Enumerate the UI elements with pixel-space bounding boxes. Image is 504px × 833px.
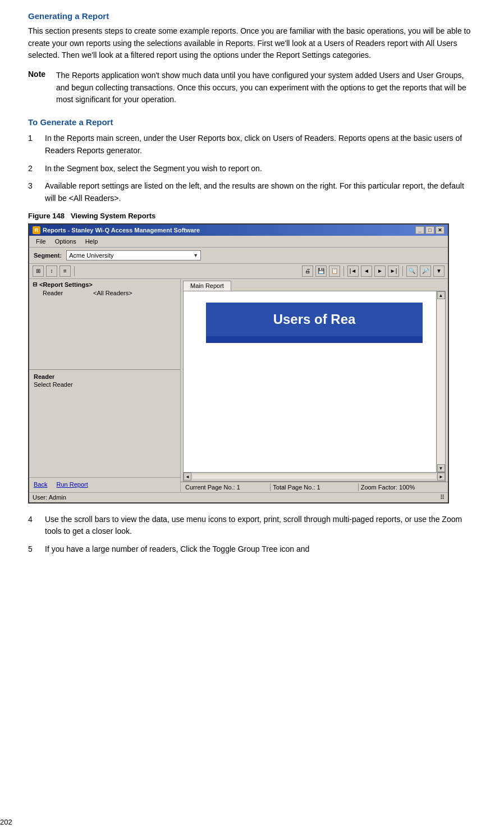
right-panel: Main Report Users of Rea ▲ ▼ — [181, 279, 448, 492]
step-num-3: 3 — [28, 180, 37, 204]
intro-paragraph: This section presents steps to create so… — [28, 25, 476, 62]
left-panel-footer: Back Run Report — [29, 477, 180, 492]
steps-list: 1 In the Reports main screen, under the … — [28, 132, 476, 204]
scroll-track — [437, 299, 445, 464]
step-text-2: In the Segment box, select the Segment y… — [45, 163, 262, 175]
toolbar-last-icon[interactable]: ►| — [388, 266, 399, 277]
report-content-area: Users of Rea — [184, 291, 445, 422]
status-bar: Current Page No.: 1 Total Page No.: 1 Zo… — [181, 482, 448, 492]
toolbar-row: ⊞ ↕ ≡ 🖨 💾 📋 |◄ ◄ ► ►| 🔍 🔎 ▼ — [29, 264, 448, 279]
step-text-5: If you have a large number of readers, C… — [45, 543, 309, 556]
maximize-button[interactable]: □ — [425, 226, 434, 234]
toolbar-separator-3 — [402, 266, 403, 276]
scroll-down-button[interactable]: ▼ — [437, 464, 445, 472]
hscroll-track — [193, 474, 436, 479]
step-text-4: Use the scroll bars to view the data, us… — [45, 514, 476, 538]
toolbar-first-icon[interactable]: |◄ — [347, 266, 359, 277]
title-bar-left: R Reports - Stanley Wi-Q Access Manageme… — [33, 226, 200, 234]
tree-root[interactable]: ⊟ <Report Settings> — [33, 281, 177, 288]
heading-generating: Generating a Report — [28, 11, 476, 21]
step-3: 3 Available report settings are listed o… — [28, 180, 476, 204]
title-bar-controls[interactable]: _ □ ✕ — [415, 226, 445, 234]
toolbar-prev-icon[interactable]: ◄ — [361, 266, 372, 277]
filter-value: Select Reader — [34, 381, 176, 388]
tree-child-value: <All Readers> — [93, 290, 132, 296]
steps-list-2: 4 Use the scroll bars to view the data, … — [28, 514, 476, 556]
app-footer: User: Admin ⠿ — [29, 492, 448, 502]
filter-label: Reader — [34, 373, 176, 380]
figure-caption: Figure 148 Viewing System Reports — [28, 212, 476, 220]
tab-main-report[interactable]: Main Report — [183, 281, 231, 291]
step-1: 1 In the Reports main screen, under the … — [28, 132, 476, 157]
back-button[interactable]: Back — [34, 481, 47, 488]
status-current-page: Current Page No.: 1 — [183, 483, 271, 491]
step-num-2: 2 — [28, 163, 37, 175]
toolbar-separator-2 — [343, 266, 344, 276]
toolbar-zoom-icon[interactable]: 🔎 — [420, 266, 431, 277]
resize-handle-icon: ⠿ — [440, 494, 445, 501]
note-block: Note The Reports application won't show … — [28, 70, 476, 106]
hscroll-left-button[interactable]: ◄ — [184, 473, 191, 480]
menu-help[interactable]: Help — [81, 237, 103, 246]
report-header-blue: Users of Rea — [206, 303, 423, 336]
subheading-generate: To Generate a Report — [28, 117, 476, 127]
toolbar-zoom-dropdown-icon[interactable]: ▼ — [433, 266, 445, 277]
status-zoom: Zoom Factor: 100% — [359, 483, 446, 491]
segment-dropdown[interactable]: Acme University ▼ — [66, 250, 201, 260]
step-4: 4 Use the scroll bars to view the data, … — [28, 514, 476, 538]
figure-label: Figure 148 — [28, 212, 65, 220]
vertical-scrollbar[interactable]: ▲ ▼ — [436, 291, 445, 472]
segment-bar: Segment: Acme University ▼ — [29, 248, 448, 264]
toolbar-next-icon[interactable]: ► — [374, 266, 386, 277]
tree-root-label: <Report Settings> — [39, 281, 93, 288]
close-button[interactable]: ✕ — [436, 226, 445, 234]
step-2: 2 In the Segment box, select the Segment… — [28, 163, 476, 175]
hscroll-right-button[interactable]: ► — [437, 473, 445, 480]
report-subbar — [206, 336, 423, 343]
toolbar-sort-icon[interactable]: ↕ — [46, 266, 57, 277]
menu-file[interactable]: File — [31, 237, 51, 246]
main-layout: ⊟ <Report Settings> Reader <All Readers>… — [29, 279, 448, 492]
title-bar: R Reports - Stanley Wi-Q Access Manageme… — [29, 225, 448, 236]
note-text: The Reports application won't show much … — [56, 70, 476, 106]
run-report-button[interactable]: Run Report — [56, 481, 88, 488]
page-number: 202 — [0, 818, 12, 826]
report-content: Users of Rea ▲ ▼ — [183, 291, 446, 473]
status-total-page: Total Page No.: 1 — [271, 483, 358, 491]
step-text-3: Available report settings are listed on … — [45, 180, 476, 204]
left-panel-filter: Reader Select Reader — [29, 369, 180, 391]
app-title: Reports - Stanley Wi-Q Access Management… — [43, 227, 200, 234]
step-num-5: 5 — [28, 543, 37, 556]
toolbar-clipboard-icon[interactable]: 📋 — [329, 266, 340, 277]
toolbar-save-icon[interactable]: 💾 — [315, 266, 327, 277]
toolbar-search-icon[interactable]: 🔍 — [406, 266, 418, 277]
step-5: 5 If you have a large number of readers,… — [28, 543, 476, 556]
dropdown-arrow-icon: ▼ — [193, 253, 198, 258]
segment-value: Acme University — [69, 252, 113, 259]
horizontal-scrollbar[interactable]: ◄ ► — [183, 473, 446, 482]
toolbar-print-icon[interactable]: 🖨 — [302, 266, 313, 277]
step-num-4: 4 — [28, 514, 37, 538]
left-panel: ⊟ <Report Settings> Reader <All Readers>… — [29, 279, 181, 492]
menu-options[interactable]: Options — [51, 237, 81, 246]
app-window: R Reports - Stanley Wi-Q Access Manageme… — [28, 223, 449, 504]
toolbar-separator-1 — [74, 266, 75, 276]
user-label: User: Admin — [33, 494, 66, 501]
toolbar-grid-icon[interactable]: ⊞ — [33, 266, 44, 277]
toolbar-list-icon[interactable]: ≡ — [59, 266, 71, 277]
tree-expand-icon: ⊟ — [33, 281, 37, 287]
note-label: Note — [28, 70, 49, 106]
minimize-button[interactable]: _ — [415, 226, 424, 234]
menu-bar: File Options Help — [29, 236, 448, 248]
segment-label: Segment: — [34, 252, 62, 259]
settings-tree: ⊟ <Report Settings> Reader <All Readers> — [29, 279, 180, 369]
scroll-up-button[interactable]: ▲ — [437, 291, 445, 299]
tree-child-label: Reader — [43, 290, 76, 296]
report-tabs: Main Report — [181, 279, 448, 291]
figure-title: Viewing System Reports — [71, 212, 155, 220]
tree-child-reader: Reader <All Readers> — [43, 290, 177, 296]
step-num-1: 1 — [28, 132, 37, 157]
app-icon: R — [33, 226, 40, 234]
step-text-1: In the Reports main screen, under the Us… — [45, 132, 476, 157]
